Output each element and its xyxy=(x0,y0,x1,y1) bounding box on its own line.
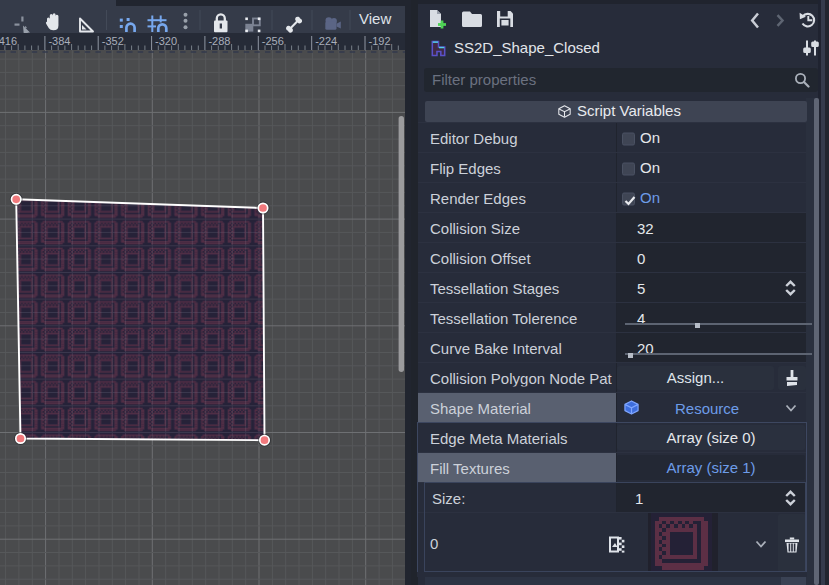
svg-text:-192: -192 xyxy=(369,35,391,47)
svg-text:-320: -320 xyxy=(155,35,177,47)
svg-text:-384: -384 xyxy=(48,35,70,47)
svg-text:-256: -256 xyxy=(262,35,284,47)
svg-text:-352: -352 xyxy=(102,35,124,47)
svg-text:-288: -288 xyxy=(208,35,230,47)
svg-text:-416: -416 xyxy=(0,35,17,47)
svg-text:-224: -224 xyxy=(315,35,337,47)
